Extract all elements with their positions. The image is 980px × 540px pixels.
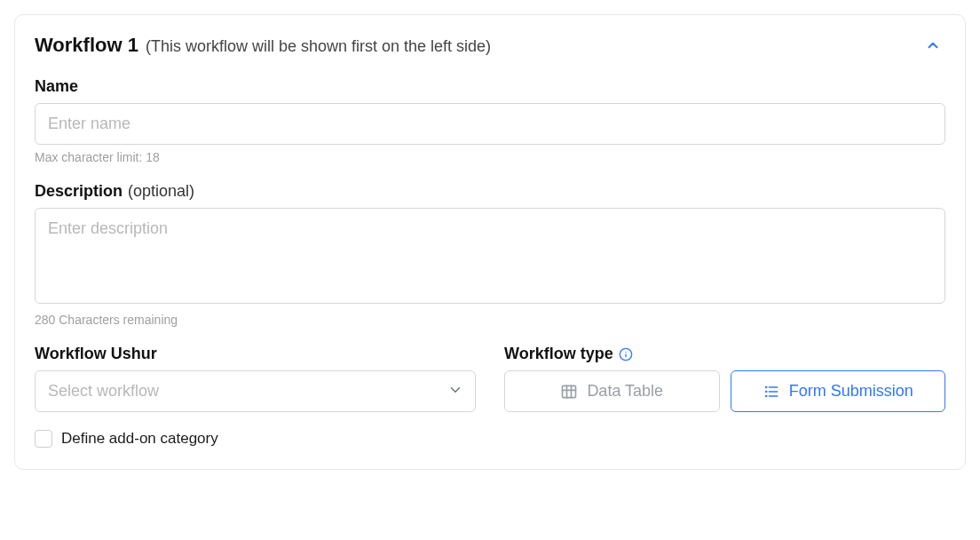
type-toggle-group: Data Table Form Submission xyxy=(504,370,945,412)
type-label-text: Workflow type xyxy=(504,345,613,363)
card-header: Workflow 1 (This workflow will be shown … xyxy=(35,33,945,58)
type-label: Workflow type xyxy=(504,345,945,363)
name-field: Name Max character limit: 18 xyxy=(35,77,945,164)
chevron-up-icon xyxy=(925,37,941,53)
addon-checkbox[interactable] xyxy=(35,430,52,448)
name-input[interactable] xyxy=(35,103,945,145)
svg-rect-3 xyxy=(563,385,576,397)
ushur-select-wrapper: Select workflow xyxy=(35,370,476,412)
name-helper: Max character limit: 18 xyxy=(35,150,945,164)
description-field: Description (optional) 280 Characters re… xyxy=(35,182,945,327)
ushur-select[interactable]: Select workflow xyxy=(35,370,476,412)
type-option-data-table[interactable]: Data Table xyxy=(504,370,720,412)
svg-point-12 xyxy=(765,395,766,396)
type-option-form-submission-label: Form Submission xyxy=(789,382,913,401)
addon-row: Define add-on category xyxy=(35,430,945,448)
collapse-button[interactable] xyxy=(921,33,945,58)
table-icon xyxy=(560,383,578,401)
type-option-data-table-label: Data Table xyxy=(587,382,663,401)
description-helper: 280 Characters remaining xyxy=(35,313,945,327)
svg-point-11 xyxy=(765,391,766,392)
section-subtitle: (This workflow will be shown first on th… xyxy=(146,37,491,56)
form-list-icon xyxy=(763,383,780,401)
info-icon[interactable] xyxy=(619,347,633,361)
workflow-config-card: Workflow 1 (This workflow will be shown … xyxy=(14,14,966,470)
description-label-text: Description xyxy=(35,182,122,201)
svg-point-10 xyxy=(765,386,766,387)
header-title-group: Workflow 1 (This workflow will be shown … xyxy=(35,34,491,57)
name-label: Name xyxy=(35,77,945,96)
ushur-field: Workflow Ushur Select workflow xyxy=(35,345,476,412)
workflow-row: Workflow Ushur Select workflow Workflow … xyxy=(35,345,945,412)
addon-label[interactable]: Define add-on category xyxy=(61,430,218,448)
ushur-label: Workflow Ushur xyxy=(35,345,476,363)
description-optional-text: (optional) xyxy=(128,182,194,201)
description-label: Description (optional) xyxy=(35,182,945,201)
section-title: Workflow 1 xyxy=(35,34,138,57)
type-option-form-submission[interactable]: Form Submission xyxy=(731,370,946,412)
type-field: Workflow type xyxy=(504,345,945,412)
description-input[interactable] xyxy=(35,208,945,304)
